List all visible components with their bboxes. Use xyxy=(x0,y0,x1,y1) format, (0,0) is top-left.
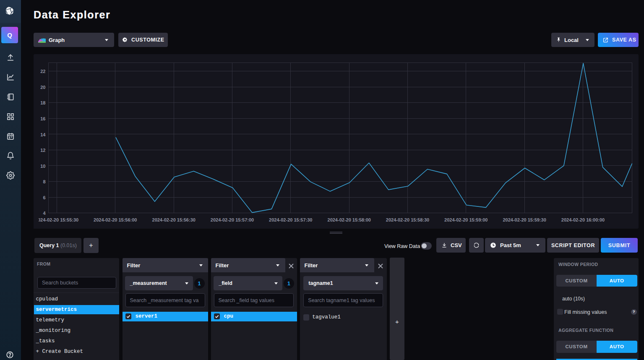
svg-text:2024-02-20 15:56:30: 2024-02-20 15:56:30 xyxy=(152,217,196,222)
svg-text:22: 22 xyxy=(40,69,45,74)
svg-text:10: 10 xyxy=(40,164,45,169)
svg-text:2024-02-20 15:56:00: 2024-02-20 15:56:00 xyxy=(94,217,137,222)
svg-text:8: 8 xyxy=(43,179,45,184)
svg-text:2024-02-20 15:58:00: 2024-02-20 15:58:00 xyxy=(328,217,371,222)
svg-text:2024-02-20 15:58:30: 2024-02-20 15:58:30 xyxy=(386,217,429,222)
svg-text:2024-02-20 15:59:30: 2024-02-20 15:59:30 xyxy=(503,217,546,222)
svg-text:6: 6 xyxy=(43,195,45,200)
svg-text:2024-02-20 16:00:00: 2024-02-20 16:00:00 xyxy=(561,217,605,222)
svg-text:2024-02-20 15:55:30: 2024-02-20 15:55:30 xyxy=(35,217,78,222)
svg-text:4: 4 xyxy=(43,211,46,216)
svg-text:2024-02-20 15:57:30: 2024-02-20 15:57:30 xyxy=(269,217,312,222)
svg-text:12: 12 xyxy=(40,148,45,153)
svg-text:14: 14 xyxy=(40,132,46,137)
svg-text:2024-02-20 15:59:00: 2024-02-20 15:59:00 xyxy=(444,217,488,222)
svg-text:18: 18 xyxy=(40,100,45,105)
svg-text:16: 16 xyxy=(40,116,45,121)
svg-text:2024-02-20 15:57:00: 2024-02-20 15:57:00 xyxy=(211,217,254,222)
svg-text:20: 20 xyxy=(40,85,45,90)
